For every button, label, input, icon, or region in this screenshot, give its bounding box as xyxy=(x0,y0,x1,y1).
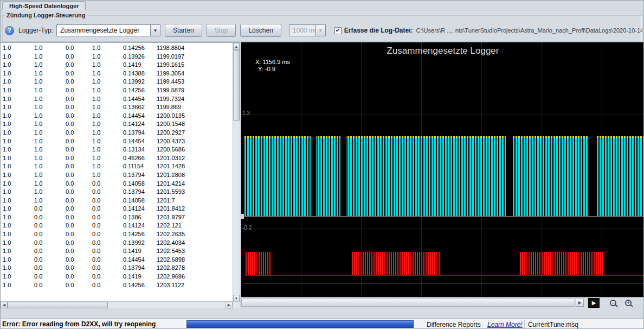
table-cell: 0.14256 xyxy=(123,281,157,290)
table-cell: 0.0 xyxy=(66,213,92,222)
table-row[interactable]: 1.01.00.01.00.139921199.4453 xyxy=(1,78,233,86)
table-cell: 0.0 xyxy=(66,247,92,256)
vertical-scroll-thumb[interactable] xyxy=(233,50,240,121)
table-row[interactable]: 1.01.00.01.00.144541199.7324 xyxy=(1,95,233,104)
table-row[interactable]: 1.01.00.01.00.462661201.0312 xyxy=(1,154,233,163)
table-cell: 0.0 xyxy=(66,256,92,264)
table-cell: 1.0 xyxy=(3,256,34,264)
table-row[interactable]: 1.01.00.00.00.140581201.7 xyxy=(1,197,233,205)
plus-glyph: + xyxy=(627,301,629,306)
table-row[interactable]: 1.01.00.00.00.137941201.5593 xyxy=(1,188,233,197)
table-row[interactable]: 1.01.00.01.00.14191199.1615 xyxy=(1,61,233,69)
table-cell: 0.13794 xyxy=(123,264,157,273)
table-cell: 0.0 xyxy=(92,188,123,197)
help-icon[interactable]: ? xyxy=(5,26,14,35)
table-row[interactable]: 1.01.00.01.00.142561199.5879 xyxy=(1,86,233,95)
table-cell: 1.0 xyxy=(3,112,34,121)
axis-drag-handle[interactable] xyxy=(241,214,244,219)
play-button[interactable]: ▶ xyxy=(588,298,600,308)
table-cell: 1199.0197 xyxy=(157,53,233,61)
table-row[interactable]: 1.01.00.01.00.139261199.0197 xyxy=(1,53,233,61)
table-cell: 1.0 xyxy=(3,273,34,281)
table-cell: 0.0 xyxy=(34,281,66,290)
table-cell: 0.0 xyxy=(66,239,92,248)
table-cell: 0.14124 xyxy=(123,222,157,230)
table-cell: 0.13794 xyxy=(123,171,157,180)
table-row[interactable]: 1.01.00.01.00.137941201.2808 xyxy=(1,171,233,180)
table-row[interactable]: 1.01.00.01.00.144541200.4373 xyxy=(1,137,233,146)
table-row[interactable]: 1.00.00.00.00.139921202.4034 xyxy=(1,239,233,248)
table-cell: 0.0 xyxy=(34,230,66,239)
scroll-up-arrow-icon[interactable]: ▲ xyxy=(233,43,240,50)
table-cell: 0.0 xyxy=(66,137,92,146)
table-row[interactable]: 1.01.00.01.00.131341200.5686 xyxy=(1,145,233,154)
table-row[interactable]: 1.00.00.00.00.141241202.121 xyxy=(1,222,233,230)
zoom-in-button[interactable]: + xyxy=(622,298,635,308)
tab-high-speed-datenlogger[interactable]: High-Speed Datenlogger xyxy=(2,1,86,10)
plot-scroll-right-arrow-icon[interactable]: ▶ xyxy=(576,299,584,307)
progress-bar xyxy=(186,320,414,328)
table-cell: 0.0 xyxy=(92,239,123,248)
table-horizontal-scrollbar[interactable]: ◀ ▶ xyxy=(1,301,240,308)
table-cell: 0.0 xyxy=(92,247,123,256)
plot-scroll-thumb[interactable] xyxy=(242,299,575,306)
table-row[interactable]: 1.00.00.00.00.14191202.9696 xyxy=(1,273,233,281)
table-cell: 1.0 xyxy=(3,120,34,129)
table-cell: 1.0 xyxy=(92,95,123,104)
table-row[interactable]: 1.01.00.01.00.137941200.2927 xyxy=(1,129,233,137)
table-cell: 1201.1428 xyxy=(157,162,233,171)
table-cell: 0.0 xyxy=(92,256,123,264)
table-row[interactable]: 1.00.00.00.00.137941202.8278 xyxy=(1,264,233,273)
table-row[interactable]: 1.01.00.00.00.140581201.4214 xyxy=(1,180,233,188)
horizontal-scroll-thumb[interactable] xyxy=(8,302,108,308)
table-cell: 1202.9696 xyxy=(157,273,233,281)
table-cell: 1.0 xyxy=(3,78,34,86)
start-button[interactable]: Starten xyxy=(165,24,202,37)
table-cell: 1.0 xyxy=(3,222,34,230)
table-row[interactable]: 1.01.00.01.00.142561198.8804 xyxy=(1,44,233,53)
table-row[interactable]: 1.00.00.00.00.144541202.6898 xyxy=(1,256,233,264)
table-row[interactable]: 1.00.00.00.00.142561203.1122 xyxy=(1,281,233,290)
table-cell: 1200.1548 xyxy=(157,120,233,129)
learn-more-link[interactable]: Learn More! xyxy=(487,321,523,328)
log-file-path: C:\Users\R .... nts\TunerStudioProjects\… xyxy=(416,27,642,34)
table-row[interactable]: 1.01.00.01.00.144541200.0135 xyxy=(1,112,233,121)
stop-button[interactable]: Stop xyxy=(207,24,236,37)
table-cell: 0.0 xyxy=(66,222,92,230)
plot-horizontal-scrollbar[interactable] xyxy=(241,299,575,307)
table-cell: 1.0 xyxy=(3,230,34,239)
logger-plot-canvas[interactable]: Zusammengesetzte Logger X: 1156.9 ms Y: … xyxy=(241,42,644,297)
table-cell: 1200.0135 xyxy=(157,112,233,121)
table-row[interactable]: 1.01.00.01.00.141241200.1548 xyxy=(1,120,233,129)
logger-type-combobox[interactable]: Zusammengesetzte Logger ▼ xyxy=(56,24,160,36)
group-title: Zündung Logger-Steuerung xyxy=(5,12,87,18)
scroll-right-arrow-icon[interactable]: ▶ xyxy=(226,302,233,308)
table-cell: 0.0 xyxy=(66,53,92,61)
clear-button[interactable]: Löschen xyxy=(240,24,281,37)
table-row[interactable]: 1.01.00.01.00.143881199.3054 xyxy=(1,69,233,78)
scroll-left-arrow-icon[interactable]: ◀ xyxy=(1,302,8,308)
zoom-out-button[interactable]: − xyxy=(607,298,620,308)
table-cell: 1202.121 xyxy=(157,222,233,230)
table-vertical-scrollbar[interactable]: ▲ ▼ xyxy=(233,43,240,302)
plot-gridline-horizontal xyxy=(241,229,644,229)
current-tune-file: CurrentTune.msq xyxy=(528,321,578,328)
table-cell: 0.0 xyxy=(34,222,66,230)
capture-log-checkbox[interactable]: ✔ xyxy=(334,27,342,34)
table-row[interactable]: 1.00.00.00.00.14191202.5453 xyxy=(1,247,233,256)
table-cell: 0.0 xyxy=(92,281,123,290)
table-row[interactable]: 1.01.00.01.00.136621199.869 xyxy=(1,103,233,112)
difference-reports-label[interactable]: Difference Reports xyxy=(427,321,481,328)
data-table[interactable]: 1.01.00.01.00.142561198.88041.01.00.01.0… xyxy=(1,44,233,301)
table-row[interactable]: 1.00.00.00.00.142561202.2635 xyxy=(1,230,233,239)
table-cell: 1.0 xyxy=(3,103,34,112)
table-cell: 1202.6898 xyxy=(157,256,233,264)
table-row[interactable]: 1.01.00.01.00.111541201.1428 xyxy=(1,162,233,171)
table-cell: 0.0 xyxy=(66,145,92,154)
interval-combobox[interactable]: 1000 ms ▼ xyxy=(289,24,326,36)
table-row[interactable]: 1.00.00.00.00.13861201.9797 xyxy=(1,213,233,222)
table-cell: 1.0 xyxy=(92,61,123,69)
table-cell: 0.0 xyxy=(92,273,123,281)
table-cell: 1201.9797 xyxy=(157,213,233,222)
table-row[interactable]: 1.00.00.00.00.141241201.8412 xyxy=(1,205,233,213)
